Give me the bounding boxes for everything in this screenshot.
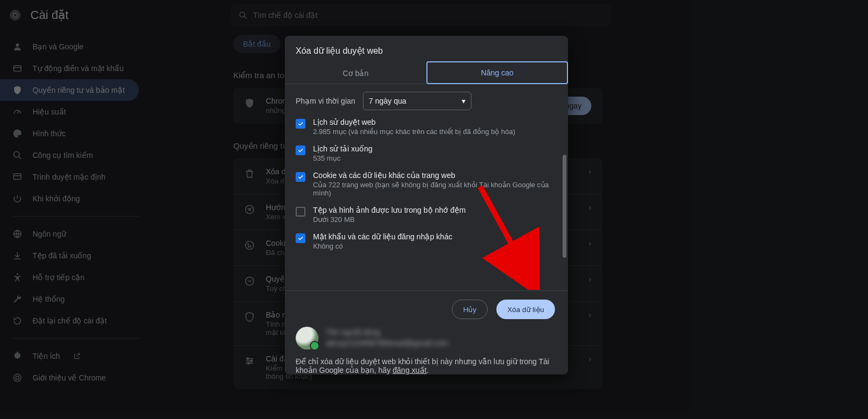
time-range-value: 7 ngày qua	[369, 97, 406, 105]
option-cached[interactable]: Tệp và hình ảnh được lưu trong bộ nhớ đệ…	[296, 204, 557, 226]
time-range-select[interactable]: 7 ngày qua ▾	[363, 92, 471, 110]
tab-basic[interactable]: Cơ bản	[285, 61, 426, 84]
checkbox[interactable]	[296, 207, 305, 217]
scrollbar-thumb[interactable]	[563, 155, 566, 258]
option-browsing-history[interactable]: Lịch sử duyệt web2.985 mục (và nhiều mục…	[296, 116, 557, 138]
account-text-blurred: Tên người dùng abcxyz123456789email@gmai…	[326, 327, 448, 348]
checkbox[interactable]	[296, 233, 305, 243]
signed-in-account-row: Tên người dùng abcxyz123456789email@gmai…	[285, 327, 568, 350]
avatar	[296, 327, 318, 350]
checkbox[interactable]	[296, 145, 305, 155]
modal-title: Xóa dữ liệu duyệt web	[285, 36, 568, 61]
chevron-down-icon: ▾	[462, 97, 465, 105]
option-cookies[interactable]: Cookie và các dữ liệu khác của trang web…	[296, 169, 557, 199]
clear-data-button[interactable]: Xóa dữ liệu	[496, 300, 555, 319]
option-passwords[interactable]: Mật khẩu và các dữ liệu đăng nhập khácKh…	[296, 230, 557, 252]
clear-browsing-data-modal: Xóa dữ liệu duyệt web Cơ bản Nâng cao Ph…	[285, 36, 568, 374]
cancel-button[interactable]: Hủy	[452, 300, 488, 319]
modal-body: Phạm vi thời gian 7 ngày qua ▾ Lịch sử d…	[285, 84, 568, 295]
time-range-label: Phạm vi thời gian	[296, 97, 355, 105]
signout-link[interactable]: đăng xuất	[393, 366, 427, 374]
checkbox[interactable]	[296, 119, 305, 129]
checkbox[interactable]	[296, 172, 305, 182]
options-list: Lịch sử duyệt web2.985 mục (và nhiều mục…	[296, 116, 557, 268]
tab-advanced[interactable]: Nâng cao	[426, 61, 568, 84]
modal-tabs: Cơ bản Nâng cao	[285, 61, 568, 84]
signout-note: Để chỉ xóa dữ liệu duyệt web khỏi thiết …	[285, 350, 568, 374]
option-download-history[interactable]: Lịch sử tải xuống535 mục	[296, 142, 557, 164]
